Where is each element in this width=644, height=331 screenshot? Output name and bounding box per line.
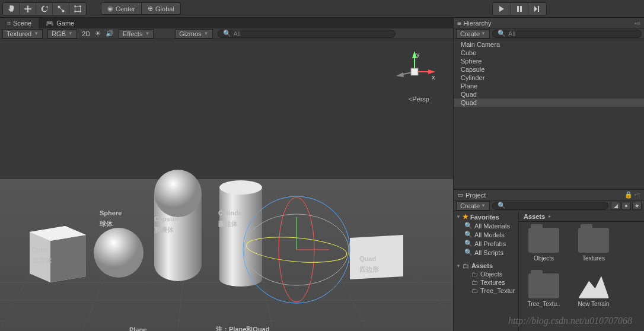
svg-point-29 <box>154 248 202 281</box>
pivot-controls: ◉Center ⊕Global <box>101 2 181 15</box>
lock-icon[interactable]: 🔒 ▪≡ <box>624 191 640 199</box>
favorite-item[interactable]: 🔍All Materials <box>454 221 518 230</box>
filter-label-icon[interactable]: ★ <box>632 202 642 210</box>
center-icon: ◉ <box>107 5 113 12</box>
svg-point-28 <box>154 170 202 217</box>
effects-dropdown[interactable]: Effects▼ <box>119 29 154 39</box>
chevron-right-icon: ▸ <box>549 214 551 219</box>
favorite-item[interactable]: 🔍All Scripts <box>454 248 518 257</box>
pivot-center[interactable]: ◉Center <box>101 2 142 15</box>
filter-icon[interactable]: ◢ <box>611 202 620 210</box>
game-icon: 🎮 <box>46 20 54 27</box>
pause-button[interactable] <box>511 3 528 15</box>
tab-game[interactable]: 🎮Game <box>39 18 81 28</box>
project-create[interactable]: Create▼ <box>456 201 490 211</box>
hierarchy-item[interactable]: Quad <box>454 90 644 98</box>
hierarchy-create[interactable]: Create▼ <box>456 29 490 39</box>
folder-icon <box>528 228 559 253</box>
search-icon: 🔍 <box>464 240 473 247</box>
hierarchy-header[interactable]: ≡Hierarchy▪≡ <box>454 18 644 28</box>
mode-2d[interactable]: 2D <box>82 30 90 37</box>
hierarchy-item[interactable]: Sphere <box>454 57 644 65</box>
folder-icon: 🗀 <box>463 262 470 269</box>
svg-rect-30 <box>219 187 262 279</box>
view-tabs: ⌗Scene 🎮Game <box>0 18 453 28</box>
scene-toolbar: Textured▼ RGB▼ 2D ☀ 🔊 Effects▼ Gizmos▼ 🔍… <box>0 28 453 39</box>
project-search[interactable]: 🔍 <box>492 202 608 210</box>
gizmos-dropdown[interactable]: Gizmos▼ <box>175 29 212 39</box>
effects-label: Effects <box>123 30 142 37</box>
hierarchy-item[interactable]: Capsule <box>454 65 644 74</box>
step-button[interactable] <box>528 3 546 15</box>
project-panel: ▭Project🔒 ▪≡ Create▼ 🔍 ◢ ● ★ ▼★Favorites… <box>454 189 644 331</box>
play-controls <box>492 2 547 15</box>
tab-scene[interactable]: ⌗Scene <box>0 18 39 28</box>
filter-type-icon[interactable]: ● <box>621 202 631 210</box>
folder-icon <box>528 273 559 298</box>
tab-scene-label: Scene <box>13 20 31 27</box>
shading-dropdown[interactable]: Textured▼ <box>2 29 43 39</box>
hand-tool[interactable] <box>3 3 20 15</box>
move-tool[interactable] <box>20 3 36 15</box>
play-button[interactable] <box>493 3 511 15</box>
gizmos-label: Gizmos <box>179 30 201 37</box>
svg-line-19 <box>178 273 184 330</box>
svg-point-31 <box>219 180 262 195</box>
favorites-header[interactable]: ▼★Favorites <box>454 212 518 221</box>
folder-icon: 🗀 <box>471 270 479 278</box>
svg-line-17 <box>0 273 30 330</box>
scene-viewport[interactable]: x y <Persp <box>0 39 453 331</box>
assets-header[interactable]: ▼🗀Assets <box>454 262 518 270</box>
svg-line-21 <box>338 273 368 330</box>
project-icon: ▭ <box>457 191 463 199</box>
svg-line-20 <box>261 273 273 330</box>
light-toggle[interactable]: ☀ <box>95 30 101 37</box>
search-icon: 🔍 <box>498 30 506 37</box>
search-placeholder: All <box>234 30 241 37</box>
folder-icon: 🗀 <box>471 279 479 286</box>
asset-folder[interactable]: Objects <box>525 228 563 262</box>
shading-label: Textured <box>7 30 31 37</box>
asset-folder[interactable]: Textures <box>575 228 613 262</box>
asset-terrain[interactable]: New Terrain <box>575 273 613 307</box>
scene-search[interactable]: 🔍All <box>218 30 396 38</box>
svg-marker-25 <box>50 235 86 282</box>
hierarchy-item[interactable]: Cylinder <box>454 74 644 82</box>
audio-toggle[interactable]: 🔊 <box>106 30 114 37</box>
hierarchy-search[interactable]: 🔍All <box>492 30 642 38</box>
favorite-item[interactable]: 🔍All Models <box>454 230 518 239</box>
favorite-item[interactable]: 🔍All Prefabs <box>454 239 518 248</box>
project-filter-icons: ◢ ● ★ <box>611 202 642 210</box>
folder-icon: 🗀 <box>471 287 479 294</box>
transform-tools <box>2 2 87 15</box>
scale-tool[interactable] <box>53 3 69 15</box>
svg-line-18 <box>83 273 107 330</box>
rgb-dropdown[interactable]: RGB▼ <box>47 29 77 39</box>
rect-tool[interactable] <box>69 3 86 15</box>
svg-rect-0 <box>75 6 81 11</box>
hierarchy-toolbar: Create▼ 🔍All <box>454 28 644 39</box>
hierarchy-item[interactable]: Quad <box>454 98 644 107</box>
asset-folder[interactable]: Tree_Textu.. <box>525 273 563 307</box>
svg-point-1 <box>74 5 76 7</box>
svg-point-3 <box>74 11 76 12</box>
sphere-object <box>94 228 144 278</box>
pivot-global[interactable]: ⊕Global <box>142 2 181 15</box>
hierarchy-item[interactable]: Cube <box>454 49 644 57</box>
panel-menu-icon[interactable]: ▪≡ <box>635 20 640 27</box>
project-breadcrumb[interactable]: Assets▸ <box>519 211 644 222</box>
project-toolbar: Create▼ 🔍 ◢ ● ★ <box>454 200 644 211</box>
watermark: http://blog.csdn.net/u010707068 <box>508 316 632 326</box>
tree-folder[interactable]: 🗀Tree_Textur <box>454 287 518 295</box>
tree-folder[interactable]: 🗀Objects <box>454 270 518 278</box>
chevron-down-icon: ▼ <box>145 31 149 36</box>
tree-folder[interactable]: 🗀Textures <box>454 278 518 287</box>
hierarchy-item[interactable]: Main Camera <box>454 40 644 49</box>
folder-icon <box>578 228 609 253</box>
hierarchy-item[interactable]: Plane <box>454 82 644 90</box>
scene-icon: ⌗ <box>7 20 11 27</box>
search-icon: 🔍 <box>464 222 473 230</box>
rotate-tool[interactable] <box>36 3 53 15</box>
star-icon: ★ <box>463 213 468 221</box>
project-header[interactable]: ▭Project🔒 ▪≡ <box>454 190 644 200</box>
